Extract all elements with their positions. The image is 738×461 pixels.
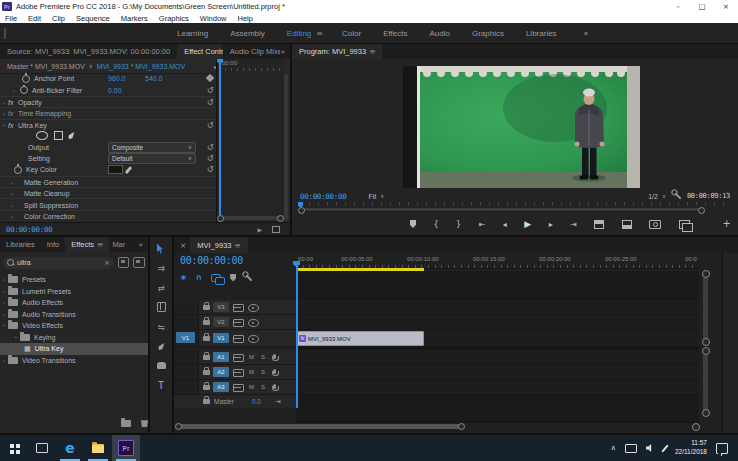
mute-button[interactable]: M [249, 354, 254, 360]
track-v3-badge[interactable]: V3 [213, 302, 229, 312]
twirl-icon[interactable]: › [8, 202, 16, 209]
workspace-tab-effects[interactable]: Effects [372, 29, 418, 38]
timeline-ruler[interactable]: 00:00 00:00:05:00 00:00:10:00 00:00:15:0… [296, 255, 699, 269]
tab-program[interactable]: Program: MVI_9933 ≡ [292, 44, 382, 59]
close-sequence-icon[interactable]: × [174, 241, 190, 250]
track-header-a2[interactable]: A2 M S [174, 365, 296, 380]
sequence-clip-label[interactable]: MVI_9933 * MVI_9933.MOV [97, 63, 185, 70]
program-timecode[interactable]: 00:00:00:00 [300, 192, 346, 201]
export-frame-small-icon[interactable] [272, 226, 280, 233]
start-button[interactable] [0, 435, 28, 461]
reset-icon[interactable]: ↺ [204, 154, 216, 163]
delete-custom-item-button[interactable] [141, 419, 148, 427]
mute-button[interactable]: M [249, 384, 254, 390]
tree-item-keying[interactable]: ›Keying [0, 332, 148, 344]
action-center-icon[interactable] [716, 443, 728, 454]
eyedropper-icon[interactable] [125, 166, 132, 174]
lane-v3[interactable] [296, 300, 699, 315]
step-forward-button[interactable]: ▸ [549, 220, 553, 229]
voiceover-mic-icon[interactable] [273, 354, 276, 359]
voiceover-mic-icon[interactable] [273, 384, 276, 389]
pen-tool[interactable] [156, 341, 165, 351]
mini-timeline-scrollbar[interactable] [219, 216, 282, 220]
add-marker-icon[interactable] [410, 220, 416, 228]
menu-clip[interactable]: Clip [52, 14, 65, 23]
twirl-icon[interactable]: › [0, 110, 8, 117]
twirl-icon[interactable]: › [8, 213, 16, 220]
ellipse-mask-icon[interactable] [36, 131, 48, 140]
add-keyframe-icon[interactable] [206, 74, 214, 82]
panel-menu-icon[interactable]: ≡ [369, 47, 375, 56]
workspace-menu-icon[interactable]: ≡ [316, 29, 331, 38]
pen-mask-icon[interactable] [67, 131, 76, 141]
menu-sequence[interactable]: Sequence [76, 14, 110, 23]
panel-overflow-icon[interactable]: » [280, 47, 290, 56]
slip-tool[interactable]: ⇋ [153, 321, 169, 332]
track-header-a3[interactable]: A3 M S [174, 380, 296, 395]
timeline-clip-mvi9933[interactable]: fx MVI_9933.MOV [297, 331, 424, 346]
mute-button[interactable]: M [249, 369, 254, 375]
timeline-settings-wrench-icon[interactable] [246, 274, 253, 281]
effect-controls-mini-timeline[interactable]: 00:00 [216, 59, 284, 222]
track-output-icon[interactable] [233, 354, 244, 362]
track-v1-badge[interactable]: V1 [213, 333, 229, 343]
track-output-icon[interactable] [233, 335, 244, 343]
workspace-overflow-icon[interactable]: » [584, 29, 589, 38]
workspace-grip[interactable] [4, 28, 6, 39]
eye-icon[interactable] [248, 319, 259, 327]
hand-tool[interactable] [157, 362, 166, 369]
solo-button[interactable]: S [261, 354, 265, 360]
lock-icon[interactable] [203, 355, 210, 360]
tab-sequence[interactable]: MVI_9933 ≡ [190, 237, 248, 253]
stopwatch-icon[interactable] [20, 86, 28, 94]
panel-overflow-icon[interactable]: » [138, 240, 148, 249]
reset-icon[interactable]: ↺ [204, 165, 216, 174]
effect-controls-timecode[interactable]: 00:00:00:00 [6, 225, 52, 234]
panel-menu-icon[interactable]: ≡ [97, 240, 103, 249]
task-view-button[interactable] [28, 435, 56, 461]
workspace-tab-graphics[interactable]: Graphics [461, 29, 515, 38]
stopwatch-icon[interactable] [14, 166, 22, 174]
go-to-in-button[interactable]: ⇤ [479, 220, 486, 229]
tree-item-presets[interactable]: ›Presets [0, 274, 148, 286]
master-meter-icon[interactable]: ⇥ [275, 398, 281, 406]
nest-sequence-icon[interactable]: ∗ [180, 273, 187, 282]
track-select-forward-tool[interactable]: ⇉ [153, 263, 169, 274]
mark-in-button[interactable]: { [433, 220, 438, 229]
tab-markers[interactable]: Mar [109, 237, 128, 252]
button-editor-plus[interactable]: + [723, 218, 731, 229]
razor-tool[interactable] [157, 302, 166, 312]
lock-icon[interactable] [203, 399, 210, 404]
settings-wrench-icon[interactable] [674, 192, 681, 199]
track-v2-badge[interactable]: V2 [213, 317, 229, 327]
track-a2-badge[interactable]: A2 [213, 367, 229, 377]
track-output-icon[interactable] [233, 384, 244, 392]
tab-libraries[interactable]: Libraries [0, 237, 41, 252]
voiceover-mic-icon[interactable] [273, 369, 276, 374]
taskbar-premiere[interactable]: Pr [112, 435, 140, 461]
fit-dropdown[interactable]: Fit ∨ [368, 193, 384, 200]
stopwatch-icon[interactable] [22, 75, 30, 83]
menu-graphics[interactable]: Graphics [159, 14, 189, 23]
export-frame-button[interactable] [649, 220, 661, 229]
track-output-icon[interactable] [233, 304, 244, 312]
track-output-icon[interactable] [233, 369, 244, 377]
master-gain-value[interactable]: 0.0 [252, 398, 261, 405]
reset-icon[interactable]: ↺ [204, 121, 216, 130]
lock-icon[interactable] [203, 320, 210, 325]
mark-out-button[interactable]: } [456, 220, 461, 229]
track-header-master[interactable]: Master 0.0 ⇥ [174, 395, 296, 408]
twirl-icon[interactable]: › [8, 179, 16, 186]
effects-search-box[interactable]: × [3, 257, 114, 269]
track-header-v3[interactable]: V3 [174, 300, 296, 315]
mini-playhead[interactable] [219, 59, 221, 222]
menu-help[interactable]: Help [238, 14, 253, 23]
speaker-icon[interactable] [646, 444, 655, 452]
solo-button[interactable]: S [261, 384, 265, 390]
reset-icon[interactable]: ↺ [204, 143, 216, 152]
minimize-button[interactable]: – [666, 2, 690, 11]
extract-button[interactable] [622, 220, 632, 229]
tab-effect-controls[interactable]: Effect Controls ≡ [177, 44, 223, 59]
rectangle-mask-icon[interactable] [54, 131, 63, 140]
playback-resolution-dropdown[interactable]: 1/2 ∨ [648, 193, 666, 200]
